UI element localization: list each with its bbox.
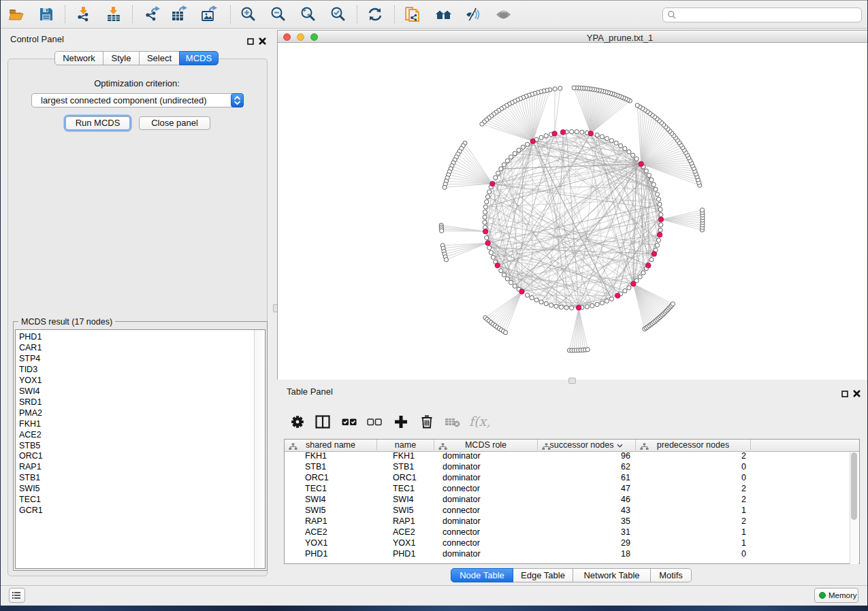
node-table: shared namenameMCDS rolesuccessor nodesp…: [284, 439, 860, 564]
import-network-icon[interactable]: [75, 5, 93, 23]
mcds-result-list[interactable]: PHD1CAR1STP4TID3YOX1SWI4SRD1PMA2FKH1ACE2…: [15, 329, 266, 569]
tab-network-table[interactable]: Network Table: [573, 568, 651, 582]
table-row[interactable]: SWI4SWI4dominator462: [285, 495, 859, 506]
close-panel-icon[interactable]: [853, 388, 861, 400]
table-row[interactable]: FKH1FKH1dominator962: [285, 451, 859, 462]
close-panel-button[interactable]: Close panel: [139, 116, 210, 130]
control-panel: Control Panel NetworkStyleSelectMCDS Opt…: [1, 29, 273, 586]
mcds-result-item[interactable]: PHD1: [19, 332, 43, 343]
mcds-result-item[interactable]: STP4: [19, 354, 43, 365]
tab-node-table[interactable]: Node Table: [451, 568, 513, 582]
mcds-result-item[interactable]: TID3: [19, 365, 43, 376]
zoom-out-icon[interactable]: [269, 5, 287, 23]
table-cell: connector: [443, 484, 480, 493]
window-minimize-icon[interactable]: [297, 33, 304, 41]
select-stepper-icon: [231, 93, 244, 108]
table-cell: 43: [583, 506, 630, 515]
delete-table-icon[interactable]: [444, 413, 462, 431]
mcds-result-item[interactable]: SWI5: [19, 484, 43, 495]
delete-icon[interactable]: [418, 413, 436, 431]
table-cell: 1: [698, 506, 746, 515]
save-session-icon[interactable]: [37, 5, 55, 23]
network-frame: YPA_prune.txt_1: [277, 30, 867, 380]
hide-selected-icon[interactable]: [464, 5, 482, 23]
tab-network[interactable]: Network: [54, 51, 103, 65]
table-row[interactable]: ACE2ACE2connector311: [285, 527, 859, 538]
network-canvas[interactable]: [277, 43, 867, 380]
table-row[interactable]: PHD1PHD1dominator180: [285, 549, 859, 560]
tab-mcds[interactable]: MCDS: [179, 51, 219, 65]
zoom-in-icon[interactable]: [239, 5, 257, 23]
mcds-list-scrollbar[interactable]: [254, 330, 265, 568]
tab-style[interactable]: Style: [103, 51, 140, 65]
table-scrollbar[interactable]: [850, 452, 858, 564]
splitter-grip[interactable]: [568, 378, 576, 384]
mcds-result-item[interactable]: FKH1: [19, 419, 43, 430]
import-table-icon[interactable]: [105, 5, 123, 23]
table-row[interactable]: TEC1TEC1connector472: [285, 484, 859, 495]
table-row[interactable]: YOX1YOX1connector291: [285, 538, 859, 549]
function-builder-icon[interactable]: f(x): [468, 413, 489, 431]
neighbors-icon[interactable]: [434, 5, 452, 23]
unselect-all-columns-icon[interactable]: [366, 413, 383, 431]
zoom-selected-icon[interactable]: [329, 5, 347, 23]
table-cell: FKH1: [393, 451, 415, 461]
float-panel-icon[interactable]: [247, 35, 254, 48]
table-row[interactable]: ORC1ORC1dominator610: [285, 473, 859, 484]
mcds-result-item[interactable]: SRD1: [19, 397, 43, 408]
mcds-result-item[interactable]: TEC1: [19, 495, 43, 506]
column-header-MCDS-role[interactable]: MCDS role: [434, 440, 538, 450]
mcds-result-item[interactable]: ORC1: [19, 451, 43, 462]
float-panel-icon[interactable]: [841, 388, 848, 400]
clone-network-icon[interactable]: [404, 5, 421, 23]
memory-button[interactable]: Memory: [814, 588, 858, 603]
table-row[interactable]: RAP1RAP1dominator352: [285, 516, 859, 527]
close-panel-icon[interactable]: [259, 35, 266, 48]
mcds-result-item[interactable]: STB1: [19, 473, 43, 484]
column-layout-icon[interactable]: [314, 413, 332, 431]
table-cell: 46: [583, 495, 630, 504]
tab-select[interactable]: Select: [139, 51, 180, 65]
search-input[interactable]: [662, 7, 862, 22]
gear-icon[interactable]: [289, 413, 306, 431]
select-all-columns-icon[interactable]: [340, 413, 358, 431]
table-row[interactable]: SWI5SWI5connector431: [285, 506, 859, 516]
column-header-successor-nodes[interactable]: successor nodes: [538, 440, 636, 450]
criterion-value: largest connected component (undirected): [41, 95, 207, 105]
mcds-result-item[interactable]: PMA2: [19, 408, 43, 419]
window-maximize-icon[interactable]: [310, 33, 318, 41]
column-header-shared-name[interactable]: shared name: [285, 440, 377, 450]
mcds-result-item[interactable]: STB5: [19, 441, 43, 452]
criterion-select[interactable]: largest connected component (undirected): [31, 93, 244, 108]
tab-edge-table[interactable]: Edge Table: [513, 568, 573, 582]
show-all-icon[interactable]: [494, 5, 512, 23]
tab-motifs[interactable]: Motifs: [650, 568, 692, 582]
status-bar: Memory: [1, 585, 867, 606]
export-table-icon[interactable]: [170, 5, 188, 23]
add-icon[interactable]: [392, 413, 410, 431]
zoom-fit-icon[interactable]: [299, 5, 317, 23]
table-cell: ORC1: [305, 473, 329, 482]
task-history-button[interactable]: [9, 588, 25, 603]
export-network-icon[interactable]: [143, 5, 161, 23]
mcds-result-item[interactable]: CAR1: [19, 343, 43, 354]
export-image-icon[interactable]: [200, 5, 218, 23]
table-cell: dominator: [443, 473, 481, 482]
column-header-predecessor-nodes[interactable]: predecessor nodes: [636, 440, 751, 450]
column-header-name[interactable]: name: [377, 440, 434, 450]
refresh-icon[interactable]: [366, 5, 384, 23]
list-icon: [10, 589, 25, 602]
open-session-icon[interactable]: [7, 5, 25, 23]
table-scrollbar-thumb[interactable]: [851, 452, 857, 520]
mcds-result-title: MCDS result (17 nodes): [18, 317, 115, 327]
column-header-label: name: [377, 440, 434, 450]
table-row[interactable]: STB1STB1dominator620: [285, 462, 859, 473]
window-close-icon[interactable]: [283, 33, 291, 41]
network-titlebar[interactable]: YPA_prune.txt_1: [277, 30, 867, 43]
run-mcds-button[interactable]: Run MCDS: [65, 116, 130, 130]
mcds-result-item[interactable]: RAP1: [19, 462, 43, 473]
mcds-result-item[interactable]: GCR1: [19, 506, 43, 516]
mcds-result-item[interactable]: YOX1: [19, 376, 43, 386]
mcds-result-item[interactable]: ACE2: [19, 430, 43, 441]
mcds-result-item[interactable]: SWI4: [19, 386, 43, 397]
